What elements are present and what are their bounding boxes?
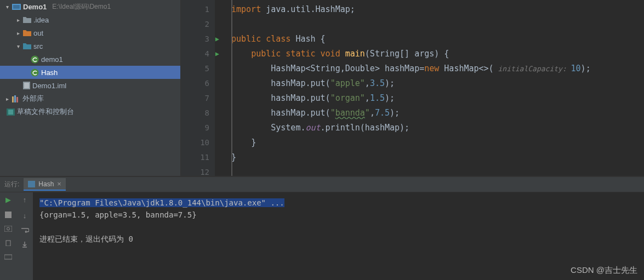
tree-label: src bbox=[33, 42, 43, 50]
svg-point-2 bbox=[31, 55, 39, 63]
svg-rect-7 bbox=[14, 95, 16, 102]
svg-rect-6 bbox=[12, 96, 14, 102]
tree-label: Hash bbox=[41, 68, 58, 77]
stop-icon[interactable] bbox=[5, 212, 12, 218]
chevron-right-icon: ▸ bbox=[4, 96, 10, 102]
tree-item-iml[interactable]: Demo1.iml bbox=[0, 79, 180, 92]
chevron-down-icon: ▾ bbox=[15, 43, 21, 49]
print-icon[interactable] bbox=[4, 254, 12, 260]
tree-item-src[interactable]: ▾src bbox=[0, 39, 180, 53]
svg-rect-15 bbox=[6, 241, 10, 246]
svg-rect-5 bbox=[24, 83, 29, 88]
project-name: Demo1 bbox=[23, 3, 47, 11]
svg-rect-10 bbox=[8, 110, 13, 115]
svg-rect-12 bbox=[5, 212, 12, 218]
run-label: 运行: bbox=[4, 180, 19, 189]
tree-label: demo1 bbox=[41, 55, 63, 64]
folder-icon bbox=[23, 16, 31, 23]
chevron-down-icon: ▾ bbox=[4, 4, 10, 10]
project-icon bbox=[12, 3, 21, 10]
chevron-right-icon: ▸ bbox=[15, 30, 21, 36]
run-gutter-icon[interactable]: ▶ bbox=[215, 32, 219, 47]
project-tree[interactable]: ▾ Demo1 E:\Ideal源码\Demo1 ▸.idea ▸out ▾sr… bbox=[0, 0, 181, 176]
libs-icon bbox=[12, 95, 20, 102]
camera-icon[interactable] bbox=[4, 226, 12, 232]
run-toolbar-left: ▶ bbox=[0, 192, 16, 280]
run-console: 运行: Hash × ▶ ↑ ↓ "C:\Program Files\Java\… bbox=[0, 176, 644, 280]
rerun-icon[interactable]: ▶ bbox=[5, 196, 11, 204]
file-icon bbox=[23, 82, 30, 89]
tree-label: out bbox=[33, 29, 43, 37]
svg-rect-1 bbox=[13, 5, 20, 9]
tree-item-external-libs[interactable]: ▸外部库 bbox=[0, 92, 180, 105]
console-line: "C:\Program Files\Java\jdk1.8.0_144\bin\… bbox=[39, 197, 637, 209]
tree-item-scratches[interactable]: 草稿文件和控制台 bbox=[0, 105, 180, 118]
code-editor[interactable]: 1 2 3▶ 4▶ 5 6 7 8 9 10 11 12 import java… bbox=[181, 0, 644, 176]
console-line: 进程已结束，退出代码为 0 bbox=[39, 233, 637, 245]
tree-item-hash[interactable]: Hash bbox=[0, 66, 180, 79]
tree-label: .idea bbox=[33, 16, 49, 24]
svg-rect-8 bbox=[16, 97, 18, 102]
folder-icon bbox=[23, 30, 31, 36]
tree-label: Demo1.iml bbox=[32, 82, 66, 90]
tree-label: 外部库 bbox=[22, 94, 44, 104]
src-folder-icon bbox=[23, 43, 31, 49]
editor-gutter: 1 2 3▶ 4▶ 5 6 7 8 9 10 11 12 bbox=[181, 0, 215, 176]
tree-item-idea[interactable]: ▸.idea bbox=[0, 13, 180, 26]
svg-point-3 bbox=[31, 68, 39, 76]
editor-margin bbox=[231, 0, 232, 176]
app-icon bbox=[28, 181, 35, 187]
console-output[interactable]: "C:\Program Files\Java\jdk1.8.0_144\bin\… bbox=[33, 192, 644, 280]
svg-point-14 bbox=[7, 227, 10, 230]
down-arrow-icon[interactable]: ↓ bbox=[23, 212, 27, 220]
tree-label: 草稿文件和控制台 bbox=[17, 107, 74, 117]
chevron-right-icon: ▸ bbox=[15, 17, 21, 23]
scroll-to-end-icon[interactable] bbox=[21, 241, 29, 248]
tree-item-out[interactable]: ▸out bbox=[0, 26, 180, 39]
dump-threads-icon[interactable] bbox=[4, 239, 12, 246]
console-line: {organ=1.5, apple=3.5, bannda=7.5} bbox=[39, 209, 637, 221]
project-path: E:\Ideal源码\Demo1 bbox=[52, 2, 111, 12]
run-tab[interactable]: Hash × bbox=[24, 178, 66, 191]
class-icon bbox=[31, 55, 39, 64]
console-tab-bar: 运行: Hash × bbox=[0, 177, 644, 192]
tree-root[interactable]: ▾ Demo1 E:\Ideal源码\Demo1 bbox=[0, 0, 180, 13]
svg-rect-11 bbox=[28, 181, 35, 187]
watermark: CSDN @吉士先生 bbox=[571, 265, 637, 276]
svg-rect-16 bbox=[4, 255, 12, 259]
tree-item-demo1[interactable]: demo1 bbox=[0, 53, 180, 66]
class-icon bbox=[31, 68, 39, 77]
run-toolbar-mid: ↑ ↓ bbox=[16, 192, 33, 280]
up-arrow-icon[interactable]: ↑ bbox=[23, 196, 27, 204]
run-tab-label: Hash bbox=[38, 180, 54, 188]
close-icon[interactable]: × bbox=[57, 180, 61, 188]
code-area[interactable]: import java.util.HashMap; public class H… bbox=[215, 0, 644, 176]
svg-rect-13 bbox=[4, 226, 12, 232]
scratch-icon bbox=[7, 108, 15, 116]
run-gutter-icon[interactable]: ▶ bbox=[215, 47, 219, 61]
soft-wrap-icon[interactable] bbox=[20, 227, 29, 233]
